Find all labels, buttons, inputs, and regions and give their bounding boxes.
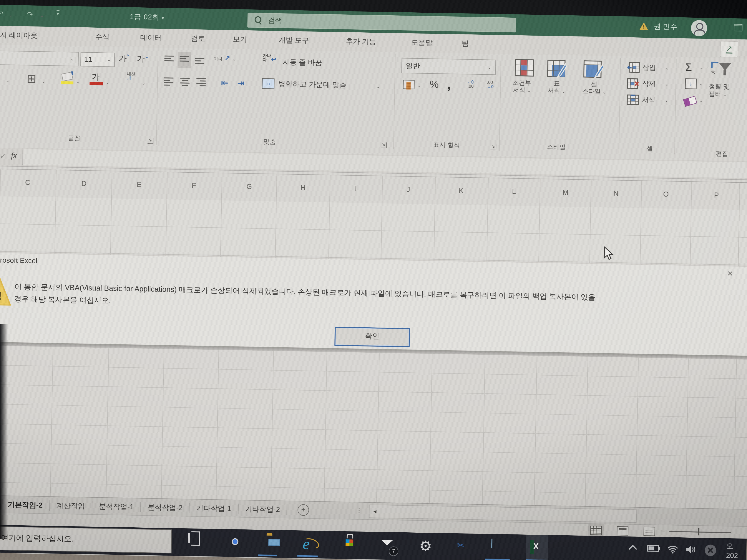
- align-top-button[interactable]: [164, 56, 174, 61]
- clear-eraser-icon[interactable]: [683, 96, 697, 107]
- cell-styles-icon[interactable]: [583, 60, 603, 81]
- snipping-tool-icon[interactable]: [453, 538, 469, 555]
- align-left-button[interactable]: [164, 77, 174, 86]
- clear-dropdown-icon[interactable]: ⌄: [699, 99, 703, 104]
- accounting-format-icon[interactable]: [403, 80, 415, 89]
- search-box[interactable]: 검색: [247, 13, 516, 32]
- enter-check-icon[interactable]: ✓: [0, 151, 6, 161]
- autosum-dropdown-icon[interactable]: ⌄: [700, 65, 703, 70]
- column-header-i[interactable]: I: [355, 184, 357, 192]
- scroll-left-icon[interactable]: ◂: [373, 508, 377, 515]
- chrome-icon[interactable]: [227, 534, 243, 551]
- font-size-combobox[interactable]: 11 ⌄: [80, 52, 115, 67]
- tab-data[interactable]: 데이터: [140, 33, 162, 43]
- column-header-j[interactable]: J: [407, 185, 410, 193]
- settings-gear-icon[interactable]: ⚙: [417, 538, 434, 554]
- insert-dropdown-icon[interactable]: ⌄: [666, 65, 669, 70]
- increase-decimal-button[interactable]: .00→0: [487, 81, 494, 89]
- column-header-d[interactable]: D: [81, 179, 87, 187]
- underline-dropdown-icon[interactable]: ⌄: [6, 78, 9, 83]
- undo-icon[interactable]: ↶: [0, 10, 3, 18]
- mail-icon[interactable]: 7: [379, 537, 395, 554]
- tab-addins[interactable]: 추가 기능: [345, 37, 376, 47]
- borders-dropdown-icon[interactable]: ⌄: [42, 79, 46, 84]
- tab-page-layout[interactable]: 이지 레이아웃: [0, 30, 37, 40]
- battery-icon[interactable]: [647, 544, 661, 560]
- taskbar-search-box[interactable]: 려면 여기에 입력하십시오.: [0, 526, 172, 553]
- column-header-l[interactable]: L: [512, 187, 516, 195]
- decrease-decimal-button[interactable]: ←0.00: [467, 80, 474, 89]
- format-as-table-label[interactable]: 표서식 ⌄: [548, 80, 566, 95]
- merge-center-label[interactable]: 병합하고 가운데 맞춤: [278, 79, 346, 90]
- fill-color-bar[interactable]: [61, 81, 73, 84]
- column-header-g[interactable]: G: [247, 182, 252, 190]
- merge-dropdown-icon[interactable]: ⌄: [376, 84, 380, 89]
- column-header-f[interactable]: F: [192, 181, 196, 189]
- column-header-e[interactable]: E: [137, 180, 142, 188]
- file-explorer-icon[interactable]: [265, 535, 282, 552]
- speaker-icon[interactable]: [685, 545, 697, 560]
- tab-team[interactable]: 팀: [462, 39, 469, 48]
- ribbon-display-options-icon[interactable]: [734, 24, 743, 31]
- accounting-dropdown-icon[interactable]: ⌄: [417, 83, 421, 88]
- insert-cells-label[interactable]: 삽입: [643, 63, 656, 72]
- undo-dropdown-icon[interactable]: ⌄: [9, 12, 12, 18]
- normal-view-icon[interactable]: [590, 526, 602, 535]
- sheet-tab-basic2[interactable]: 기본작업-2: [1, 496, 49, 514]
- orientation-button[interactable]: 가나 ↗ ⌄: [214, 54, 236, 62]
- customize-quick-access-icon[interactable]: ▾: [56, 10, 59, 17]
- sheet-tab-analysis1[interactable]: 분석작업-1: [92, 498, 140, 515]
- align-right-button[interactable]: [196, 78, 206, 86]
- fill-dropdown-icon[interactable]: ⌄: [699, 81, 703, 86]
- sort-filter-label[interactable]: 정렬 및필터 ⌄: [709, 83, 729, 99]
- zoom-slider-handle[interactable]: [698, 528, 699, 535]
- percent-style-button[interactable]: %: [430, 79, 439, 90]
- tab-view[interactable]: 보기: [233, 35, 247, 44]
- phonetic-guide-button[interactable]: 내천川: [127, 72, 135, 81]
- merge-center-icon[interactable]: ↔: [262, 78, 275, 89]
- tray-x-circle-icon[interactable]: [704, 544, 717, 560]
- tab-help[interactable]: 도움말: [411, 38, 433, 48]
- new-sheet-icon[interactable]: +: [298, 504, 309, 516]
- delete-dropdown-icon[interactable]: ⌄: [665, 82, 669, 87]
- share-button[interactable]: ↗: [720, 41, 738, 57]
- page-break-view-icon[interactable]: [643, 527, 655, 536]
- increase-indent-icon[interactable]: ⇥: [237, 78, 244, 88]
- insert-function-icon[interactable]: fx: [11, 151, 17, 160]
- comma-style-button[interactable]: ,: [447, 76, 451, 92]
- align-bottom-button[interactable]: [195, 58, 204, 64]
- tab-formulas[interactable]: 수식: [95, 32, 109, 42]
- borders-button[interactable]: ⊞: [27, 72, 36, 85]
- avatar[interactable]: [691, 20, 707, 36]
- font-color-bar[interactable]: [89, 82, 103, 85]
- column-header-p[interactable]: P: [714, 191, 719, 199]
- format-dropdown-icon[interactable]: ⌄: [665, 98, 668, 103]
- wrap-text-label[interactable]: 자동 줄 바꿈: [282, 58, 322, 68]
- sheet-tab-etc1[interactable]: 기타작업-1: [189, 500, 238, 517]
- grow-font-button[interactable]: 가^: [119, 53, 129, 64]
- shrink-font-button[interactable]: 가⌄: [136, 53, 149, 64]
- internet-explorer-icon[interactable]: e: [303, 535, 310, 553]
- sheet-tab-calc[interactable]: 계산작업: [50, 497, 92, 515]
- redo-icon[interactable]: ↷: [27, 10, 33, 19]
- font-color-button[interactable]: 가: [92, 71, 100, 82]
- redo-dropdown-icon[interactable]: ⌄: [40, 13, 44, 18]
- wrap-text-icon[interactable]: 가나다↩: [262, 54, 277, 63]
- excel-taskbar-icon[interactable]: X: [529, 540, 545, 556]
- number-dialog-launcher-icon[interactable]: ↘: [490, 144, 496, 150]
- format-as-table-icon[interactable]: [547, 60, 567, 80]
- column-header-c[interactable]: C: [25, 178, 30, 186]
- phonetic-dropdown-icon[interactable]: ⌄: [142, 81, 146, 85]
- insert-cells-icon[interactable]: [627, 62, 640, 75]
- delete-cells-label[interactable]: 삭제: [642, 79, 656, 88]
- column-header-n[interactable]: N: [613, 189, 619, 197]
- ok-button[interactable]: 확인: [334, 327, 410, 347]
- page-layout-view-icon[interactable]: [617, 526, 628, 536]
- format-cells-label[interactable]: 서식: [642, 96, 655, 105]
- column-header-o[interactable]: O: [663, 190, 669, 198]
- tray-chevron-icon[interactable]: [628, 544, 638, 560]
- zoom-slider-track[interactable]: [669, 531, 731, 533]
- cell-styles-label[interactable]: 셀스타일 ⌄: [582, 80, 606, 96]
- align-center-button[interactable]: [180, 78, 190, 86]
- title-dropdown-icon[interactable]: ▾: [162, 16, 164, 21]
